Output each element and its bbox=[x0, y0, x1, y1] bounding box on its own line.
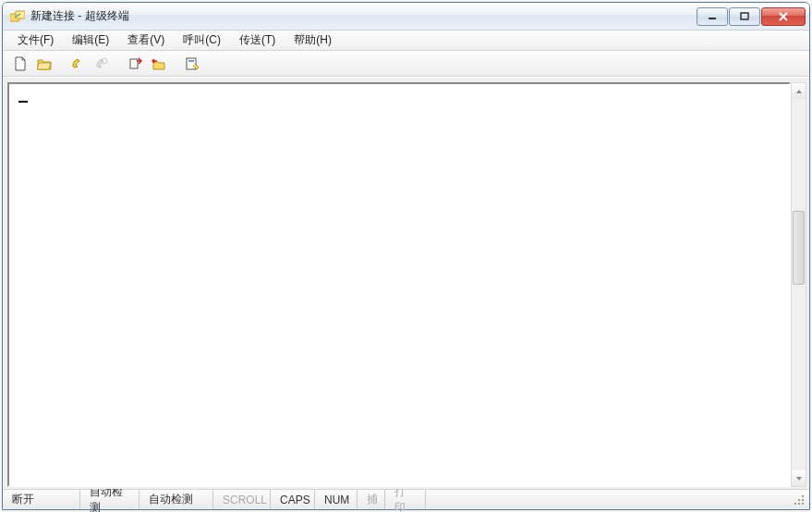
status-autodetect2: 自动检测 bbox=[139, 490, 213, 509]
status-num: NUM bbox=[315, 490, 358, 509]
toolbar bbox=[3, 51, 809, 77]
cursor-icon bbox=[18, 91, 28, 103]
scroll-down-icon[interactable] bbox=[792, 470, 806, 486]
status-print: 打印 bbox=[385, 490, 426, 509]
disconnect-icon bbox=[91, 54, 112, 74]
svg-rect-3 bbox=[741, 13, 748, 19]
new-file-icon[interactable] bbox=[10, 54, 30, 74]
svg-rect-13 bbox=[802, 503, 804, 505]
svg-rect-9 bbox=[798, 499, 800, 501]
statusbar: 断开 自动检测 自动检测 SCROLL CAPS NUM 捕 打印 bbox=[3, 489, 809, 509]
minimize-button[interactable] bbox=[697, 7, 728, 26]
receive-file-icon[interactable] bbox=[149, 54, 169, 74]
status-autodetect1: 自动检测 bbox=[80, 490, 139, 509]
status-connection: 断开 bbox=[3, 490, 80, 509]
open-folder-icon[interactable] bbox=[34, 54, 55, 74]
connect-icon[interactable] bbox=[67, 54, 88, 74]
menu-transfer[interactable]: 传送(T) bbox=[230, 30, 285, 50]
status-caps: CAPS bbox=[271, 490, 315, 509]
svg-rect-5 bbox=[130, 59, 138, 68]
svg-rect-10 bbox=[802, 499, 804, 501]
properties-icon[interactable] bbox=[182, 54, 202, 74]
svg-rect-1 bbox=[16, 11, 25, 18]
terminal-frame bbox=[7, 82, 791, 487]
app-icon bbox=[10, 9, 25, 24]
menu-call[interactable]: 呼叫(C) bbox=[174, 30, 230, 50]
maximize-button[interactable] bbox=[729, 7, 760, 26]
menu-edit[interactable]: 编辑(E) bbox=[63, 30, 118, 50]
terminal-output[interactable] bbox=[9, 84, 789, 485]
scroll-up-icon[interactable] bbox=[792, 83, 806, 99]
svg-rect-8 bbox=[802, 495, 804, 497]
status-scroll: SCROLL bbox=[213, 490, 271, 509]
menu-help[interactable]: 帮助(H) bbox=[285, 30, 341, 50]
svg-rect-12 bbox=[798, 503, 800, 505]
vertical-scrollbar[interactable] bbox=[791, 82, 806, 487]
scroll-track[interactable] bbox=[792, 99, 806, 470]
window-controls bbox=[697, 7, 806, 26]
menu-file[interactable]: 文件(F) bbox=[8, 30, 63, 50]
content-area bbox=[3, 77, 809, 489]
status-capture: 捕 bbox=[358, 490, 385, 509]
window-title: 新建连接 - 超级终端 bbox=[30, 8, 697, 24]
menu-view[interactable]: 查看(V) bbox=[118, 30, 174, 50]
scroll-thumb[interactable] bbox=[793, 211, 805, 285]
send-file-icon[interactable] bbox=[125, 54, 145, 74]
close-button[interactable] bbox=[761, 7, 806, 26]
resize-grip-icon[interactable] bbox=[789, 490, 809, 509]
app-window: 新建连接 - 超级终端 文件(F) 编辑(E) 查看(V) 呼叫(C) 传送(T… bbox=[2, 2, 810, 510]
menubar: 文件(F) 编辑(E) 查看(V) 呼叫(C) 传送(T) 帮助(H) bbox=[3, 30, 809, 51]
titlebar: 新建连接 - 超级终端 bbox=[3, 3, 809, 30]
svg-rect-7 bbox=[188, 60, 194, 62]
svg-rect-11 bbox=[794, 503, 796, 505]
